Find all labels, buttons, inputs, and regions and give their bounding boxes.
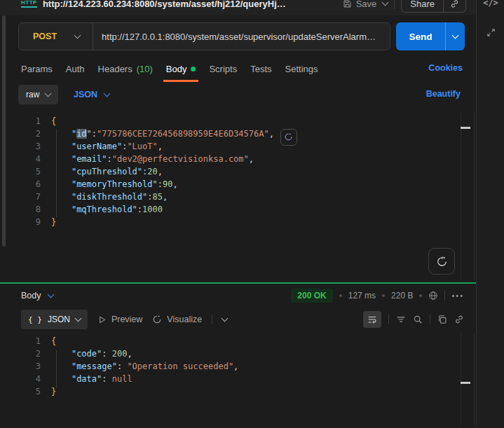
line-number: 3 bbox=[14, 140, 41, 153]
tab-settings[interactable]: Settings bbox=[285, 64, 318, 76]
send-button[interactable]: Send bbox=[396, 22, 465, 50]
play-icon bbox=[97, 315, 107, 324]
line-number: 6 bbox=[14, 178, 41, 191]
line-number: 3 bbox=[14, 360, 41, 373]
sparkle-icon bbox=[152, 315, 162, 324]
unsaved-dot-icon bbox=[191, 67, 196, 71]
response-actions bbox=[363, 310, 464, 329]
dot-separator bbox=[339, 294, 342, 297]
tab-headers[interactable]: Headers(10) bbox=[98, 64, 153, 76]
copy-link-icon[interactable] bbox=[444, 0, 465, 8]
scrollbar-marker bbox=[461, 127, 470, 129]
code-line: 5} bbox=[14, 385, 476, 398]
code-text: "userName":"LuoT", bbox=[51, 140, 163, 153]
code-line: 4 "data": null bbox=[14, 373, 476, 385]
body-format-label: JSON bbox=[74, 90, 97, 99]
preview-button[interactable]: Preview bbox=[97, 315, 142, 324]
code-line: 3 "userName":"LuoT", bbox=[14, 140, 476, 153]
visualize-button[interactable]: Visualize bbox=[152, 315, 202, 324]
line-number: 1 bbox=[14, 115, 41, 127]
save-button[interactable]: Save bbox=[343, 0, 377, 9]
response-body-editor[interactable]: 1{2 "code": 200,3 "message": "Operation … bbox=[14, 332, 476, 428]
code-text: } bbox=[51, 216, 56, 228]
status-badge: 200 OK bbox=[291, 289, 332, 303]
code-snippet-icon[interactable]: </> bbox=[477, 0, 504, 8]
left-scrollbar[interactable] bbox=[2, 15, 6, 247]
method-select[interactable]: POST bbox=[19, 32, 93, 41]
tab-body[interactable]: Body bbox=[166, 64, 196, 76]
code-text: "id":"775786CEE726456898959E4E6D34576A", bbox=[51, 127, 297, 140]
beautify-link[interactable]: Beautify bbox=[426, 89, 461, 99]
body-type-select[interactable]: raw bbox=[18, 85, 58, 104]
divider bbox=[388, 315, 389, 324]
search-icon[interactable] bbox=[413, 315, 423, 324]
ai-sparkle-button[interactable] bbox=[280, 129, 297, 146]
line-number: 2 bbox=[14, 127, 41, 140]
share-button[interactable]: Share bbox=[401, 0, 466, 13]
code-line: 1{ bbox=[14, 335, 476, 347]
more-views-chevron-icon[interactable] bbox=[222, 315, 229, 322]
line-number: 8 bbox=[14, 203, 41, 216]
line-number: 9 bbox=[14, 216, 41, 228]
more-options-icon[interactable]: ••• bbox=[451, 291, 464, 300]
tab-tests[interactable]: Tests bbox=[250, 64, 271, 76]
wrap-text-icon[interactable] bbox=[363, 311, 381, 328]
divider bbox=[430, 315, 430, 324]
code-text: } bbox=[51, 385, 56, 398]
tab-label: Settings bbox=[285, 64, 318, 74]
save-dropdown-chevron-icon[interactable] bbox=[382, 0, 389, 6]
panel-resize-divider[interactable] bbox=[0, 282, 476, 284]
request-title: http://124.223.60.234:8080/system/asset/… bbox=[43, 0, 286, 9]
dot-separator bbox=[419, 294, 422, 297]
copy-icon[interactable] bbox=[437, 315, 447, 324]
send-options-chevron-icon[interactable] bbox=[446, 35, 465, 38]
tab-params[interactable]: Params bbox=[21, 64, 53, 76]
line-number: 7 bbox=[14, 191, 41, 203]
ai-assistant-button[interactable] bbox=[428, 248, 455, 275]
line-number: 4 bbox=[14, 373, 41, 385]
code-line: 6 "memoryThreshold":90, bbox=[14, 178, 476, 191]
tab-label: Headers bbox=[98, 64, 132, 74]
link-icon[interactable] bbox=[454, 315, 464, 324]
expand-panel-icon[interactable] bbox=[477, 28, 504, 37]
tab-label: Body bbox=[166, 64, 187, 74]
code-text: "diskThreshold":85, bbox=[51, 191, 168, 203]
response-status-cluster: 200 OK 127 ms 220 B ••• bbox=[291, 287, 464, 305]
globe-icon[interactable] bbox=[428, 291, 438, 301]
code-line: 1{ bbox=[14, 115, 476, 127]
http-method-icon: HTTP bbox=[21, 0, 37, 8]
divider bbox=[394, 0, 395, 9]
code-text: "email":"dev2@perfectvisionksa.com", bbox=[51, 153, 254, 165]
code-line: 3 "message": "Operation succeeded", bbox=[14, 360, 476, 373]
method-label: POST bbox=[33, 32, 57, 41]
response-format-select[interactable]: { } JSON bbox=[21, 310, 88, 329]
filter-lines-icon[interactable] bbox=[396, 315, 406, 324]
right-sidebar: </> bbox=[476, 0, 504, 428]
url-input[interactable]: http://127.0.0.1:8080/system/asset/super… bbox=[93, 32, 390, 42]
share-label: Share bbox=[402, 0, 443, 9]
tab-scripts[interactable]: Scripts bbox=[209, 64, 237, 76]
tab-label: Tests bbox=[250, 64, 271, 74]
code-line: 2 "id":"775786CEE726456898959E4E6D34576A… bbox=[14, 127, 476, 140]
editor-scrollbar[interactable] bbox=[461, 333, 475, 427]
line-number: 2 bbox=[14, 347, 41, 360]
editor-scrollbar[interactable] bbox=[461, 112, 475, 280]
chevron-down-icon bbox=[74, 32, 81, 39]
response-body-select[interactable]: Body bbox=[21, 287, 53, 305]
chevron-down-icon bbox=[47, 291, 54, 298]
request-body-editor[interactable]: 1{2 "id":"775786CEE726456898959E4E6D3457… bbox=[14, 111, 476, 282]
response-body-label: Body bbox=[21, 291, 41, 301]
body-format-select[interactable]: JSON bbox=[74, 85, 109, 104]
code-text: "code": 200, bbox=[51, 347, 132, 360]
scrollbar-marker bbox=[461, 382, 470, 384]
divider bbox=[444, 291, 445, 301]
cookies-link[interactable]: Cookies bbox=[428, 63, 463, 73]
code-text: { bbox=[51, 335, 56, 347]
preview-label: Preview bbox=[111, 315, 142, 324]
line-number: 5 bbox=[14, 385, 41, 398]
send-label: Send bbox=[396, 32, 445, 42]
tab-auth[interactable]: Auth bbox=[66, 64, 85, 76]
request-title-bar: HTTP http://124.223.60.234:8080/system/a… bbox=[0, 0, 476, 15]
code-line: 2 "code": 200, bbox=[14, 347, 476, 360]
divider bbox=[212, 315, 212, 324]
